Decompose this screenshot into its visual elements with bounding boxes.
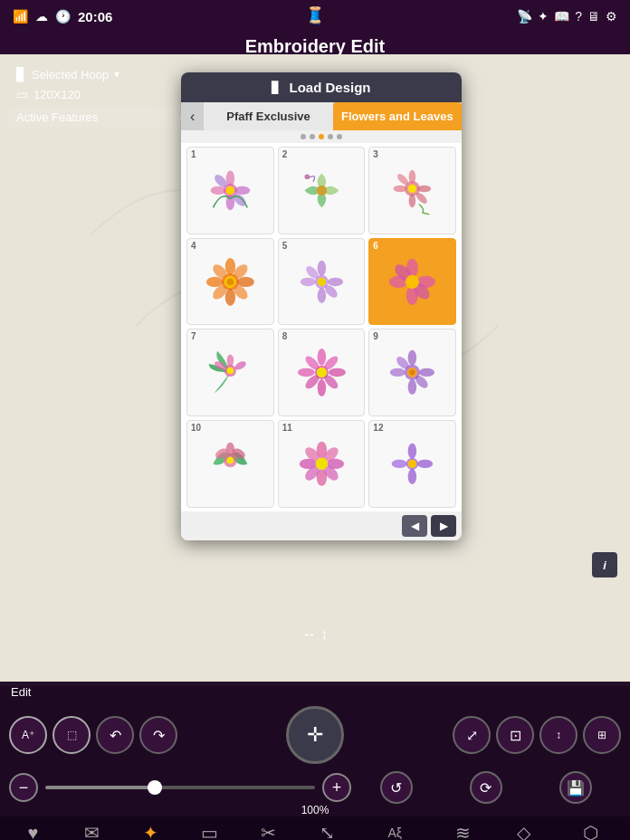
design-cell-3[interactable]: 3 xyxy=(368,147,456,234)
nav-sequence-creator[interactable]: Aξ Sequence Creator xyxy=(362,826,428,840)
svg-point-7 xyxy=(226,186,234,195)
nav-hoop-options[interactable]: ▭ Hoop Options xyxy=(185,822,234,840)
nav-resize[interactable]: ⤡ Resize xyxy=(303,822,352,840)
select-icon: ⬚ xyxy=(67,729,77,741)
flip-h-btn[interactable]: ↺ xyxy=(380,771,413,804)
grid-icon: ⊞ xyxy=(597,729,606,741)
svg-point-86 xyxy=(417,460,433,468)
settings-icon: ⚙ xyxy=(606,9,617,24)
selected-hoop-row[interactable]: ▊ Selected Hoop ▾ xyxy=(9,63,190,85)
svg-point-14 xyxy=(417,186,431,193)
rotate-btn[interactable]: ↕ xyxy=(539,716,578,754)
zoom-slider[interactable] xyxy=(45,786,315,789)
nav-applique-creator[interactable]: ⬡ Appliqué Creator xyxy=(560,822,622,840)
svg-point-32 xyxy=(300,277,315,285)
design-cell-6[interactable]: 6 xyxy=(368,238,456,326)
cell-number-3: 3 xyxy=(373,149,378,159)
svg-point-9 xyxy=(304,174,310,179)
nav-stitch-creator[interactable]: ≋ Stitch Creator xyxy=(438,822,488,840)
design-cell-8[interactable]: 8 xyxy=(278,329,366,416)
joystick-btn[interactable]: ✛ xyxy=(286,706,344,764)
svg-point-17 xyxy=(408,185,416,193)
design-grid: 1 2 xyxy=(181,143,462,511)
svg-point-83 xyxy=(408,444,416,459)
flip-v-icon: ⟳ xyxy=(480,779,492,797)
status-bar: 📶 ☁ 🕐 20:06 🧵 📡 ✦ 📖 ? 🖥 ⚙ xyxy=(0,0,630,33)
active-features-row[interactable]: Active Features › xyxy=(9,107,190,128)
flower-7-svg xyxy=(205,347,256,398)
flower-11-svg xyxy=(296,438,348,490)
design-cell-9[interactable]: 9 xyxy=(368,329,456,416)
cell-number-10: 10 xyxy=(191,423,201,433)
design-cell-5[interactable]: 5 xyxy=(278,238,366,326)
tab-dot-3 xyxy=(319,134,324,139)
svg-point-21 xyxy=(206,276,224,286)
svg-point-50 xyxy=(317,348,325,366)
applique-creator-icon: ⬡ xyxy=(583,822,598,840)
tab-pfaff-exclusive[interactable]: Pfaff Exclusive xyxy=(204,102,332,130)
select-btn[interactable]: ⬚ xyxy=(52,716,91,754)
nav-save[interactable]: ♥ Save xyxy=(8,823,57,841)
select-all-btn[interactable]: A⁺ xyxy=(9,716,47,754)
help-icon: ? xyxy=(575,9,582,24)
grid-btn[interactable]: ⊞ xyxy=(583,716,621,754)
design-cell-10[interactable]: 10 xyxy=(186,420,274,508)
left-panel: ▊ Selected Hoop ▾ ▭ 120X120 Active Featu… xyxy=(9,63,190,128)
zoom-percent: 100% xyxy=(0,804,630,816)
nav-shape-creator[interactable]: ◇ Shape Creator xyxy=(498,822,551,840)
svg-point-62 xyxy=(390,368,406,377)
design-cell-4[interactable]: 4 xyxy=(186,238,274,326)
design-cell-7[interactable]: 7 xyxy=(186,329,274,416)
nav-send-design[interactable]: ✉ Send Design xyxy=(67,822,116,840)
svg-point-20 xyxy=(225,289,235,306)
nav-edit-design[interactable]: ✦ Edit Design xyxy=(126,822,175,840)
svg-point-53 xyxy=(329,368,346,377)
modal-header: ▊ Load Design xyxy=(181,72,462,102)
status-right: 📡 ✦ 📖 ? 🖥 ⚙ xyxy=(517,9,617,24)
clock-icon: 🕐 xyxy=(55,9,71,24)
modal-next-page[interactable]: ▶ xyxy=(431,515,456,537)
flower-6-svg xyxy=(387,256,438,308)
undo-icon: ↶ xyxy=(110,727,121,744)
design-cell-2[interactable]: 2 xyxy=(278,147,366,234)
nav-edit-stitch[interactable]: ✂ Edit Stitch xyxy=(244,822,293,840)
svg-point-3 xyxy=(211,186,226,195)
svg-point-8 xyxy=(316,186,326,196)
modal-bars-icon: ▊ xyxy=(272,81,282,94)
bluetooth-icon: ✦ xyxy=(538,9,549,24)
flip-h-icon: ↺ xyxy=(390,779,402,797)
resize-icon: ⤡ xyxy=(320,822,335,840)
zoom-in-btn[interactable]: + xyxy=(322,773,351,802)
cell-number-2: 2 xyxy=(282,149,288,159)
design-cell-1[interactable]: 1 xyxy=(186,147,274,234)
move-btn[interactable]: ⤢ xyxy=(453,716,491,754)
hoop-options-icon: ▭ xyxy=(201,822,218,840)
cell-number-1: 1 xyxy=(191,149,196,159)
bottom-nav: ♥ Save ✉ Send Design ✦ Edit Design ▭ Hoo… xyxy=(0,816,630,840)
svg-point-84 xyxy=(408,469,416,484)
flip-v-btn[interactable]: ⟳ xyxy=(470,771,502,804)
svg-point-11 xyxy=(409,170,416,184)
wifi-icon: 📶 xyxy=(13,9,28,24)
tab-dot-2 xyxy=(310,134,315,139)
cell-number-5: 5 xyxy=(282,241,288,251)
tab-flowers-leaves[interactable]: Flowers and Leaves xyxy=(333,102,462,130)
crop-btn[interactable]: ⊡ xyxy=(496,716,534,754)
toolbar-row1: A⁺ ⬚ ↶ ↷ ✛ ⤢ ⊡ ↕ ⊞ xyxy=(0,702,630,768)
shape-creator-icon: ◇ xyxy=(517,822,530,840)
undo-btn[interactable]: ↶ xyxy=(96,716,134,754)
zoom-out-btn[interactable]: − xyxy=(9,773,38,802)
save-icon: ♥ xyxy=(28,823,39,841)
cell-number-11: 11 xyxy=(282,423,292,433)
prev-tab-arrow[interactable]: ‹ xyxy=(181,102,204,130)
info-button[interactable]: i xyxy=(592,552,617,578)
design-cell-12[interactable]: 12 xyxy=(368,420,456,508)
cell-number-6: 6 xyxy=(373,241,378,251)
cell-number-7: 7 xyxy=(191,331,196,341)
modal-prev-page[interactable]: ◀ xyxy=(402,515,427,537)
design-cell-11[interactable]: 11 xyxy=(278,420,366,508)
svg-point-85 xyxy=(392,460,407,468)
redo-btn[interactable]: ↷ xyxy=(139,716,177,754)
save-position-btn[interactable]: 💾 xyxy=(559,771,592,804)
flower-3-svg xyxy=(387,165,438,216)
